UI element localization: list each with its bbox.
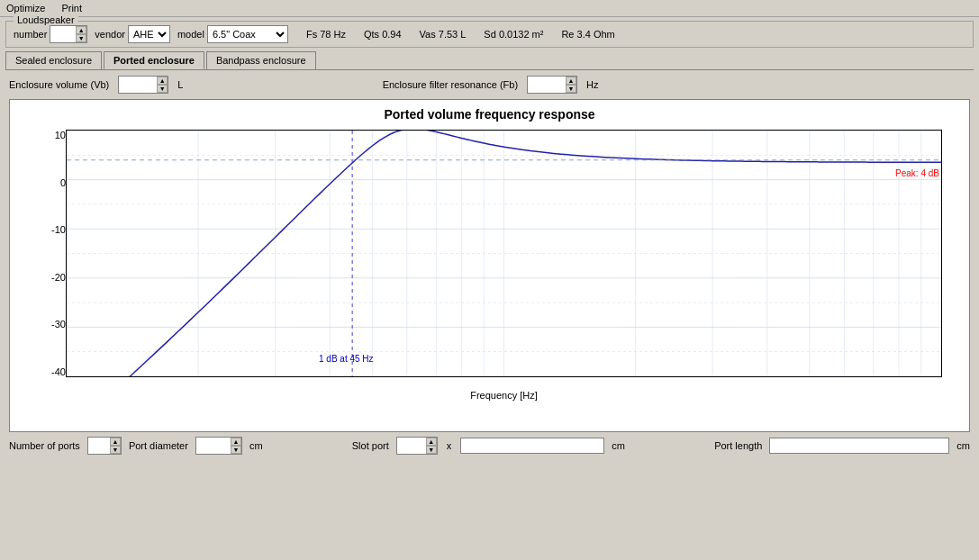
model-select[interactable]: 6.5" Coax: [207, 25, 288, 43]
tab-sealed[interactable]: Sealed enclosure: [5, 51, 102, 69]
length-unit: cm: [956, 440, 970, 451]
ports-down[interactable]: ▼: [110, 446, 121, 454]
slot-input1[interactable]: 0.00: [397, 439, 426, 452]
y-tick-n10: -10: [51, 224, 66, 235]
loudspeaker-legend: Loudspeaker: [14, 14, 78, 25]
sd-label: Sd: [484, 29, 495, 40]
ports-spinner[interactable]: 1 ▲ ▼: [87, 437, 122, 455]
slot-label: Slot port: [352, 440, 389, 451]
qts-label: Qts: [364, 29, 379, 40]
y-tick-n40: -40: [51, 366, 66, 377]
vb-label: Enclosure volume (Vb): [9, 79, 109, 90]
diameter-label: Port diameter: [129, 440, 188, 451]
tab-ported[interactable]: Ported enclosure: [104, 51, 204, 69]
chart-container: Ported volume frequency response Sound p…: [9, 99, 970, 432]
slot1-down[interactable]: ▼: [426, 446, 437, 454]
vas-param: Vas 7.53 L: [420, 29, 467, 40]
qts-value: 0.94: [382, 29, 401, 40]
vb-unit: L: [177, 79, 183, 90]
length-input[interactable]: 16.12: [769, 438, 949, 454]
chart-title: Ported volume frequency response: [10, 100, 969, 125]
re-param: Re 3.4 Ohm: [561, 29, 614, 40]
vb-input[interactable]: 44.00: [119, 78, 157, 91]
slot-x: x: [447, 440, 452, 451]
fb-spinner-btns: ▲ ▼: [566, 77, 576, 93]
diameter-down[interactable]: ▼: [231, 446, 241, 454]
fb-up[interactable]: ▲: [566, 77, 576, 85]
y-tick-n20: -20: [51, 272, 66, 283]
length-label: Port length: [714, 440, 762, 451]
qts-param: Qts 0.94: [364, 29, 402, 40]
slot-spinner1[interactable]: 0.00 ▲ ▼: [396, 437, 438, 455]
re-label: Re: [561, 29, 574, 40]
diameter-spinner[interactable]: 10.55 ▲ ▼: [195, 437, 242, 455]
y-tick-0: 0: [60, 177, 66, 188]
vb-up[interactable]: ▲: [157, 77, 168, 85]
chart-canvas: [67, 131, 941, 376]
vendor-label: vendor: [95, 29, 125, 40]
vb-spinner-btns: ▲ ▼: [157, 77, 168, 93]
vb-down[interactable]: ▼: [157, 85, 168, 93]
ports-up[interactable]: ▲: [110, 438, 121, 446]
bottom-controls: Number of ports 1 ▲ ▼ Port diameter 10.5…: [9, 437, 970, 455]
loudspeaker-section: Loudspeaker number 1 ▲ ▼ vendor AHE mode…: [5, 21, 974, 48]
ports-input[interactable]: 1: [88, 439, 110, 452]
fs-value: 78 Hz: [320, 29, 346, 40]
tab-bandpass[interactable]: Bandpass enclosure: [206, 51, 316, 69]
controls-row: Enclosure volume (Vb) 44.00 ▲ ▼ L Enclos…: [9, 76, 970, 94]
tabs-row: Sealed enclosure Ported enclosure Bandpa…: [5, 51, 974, 70]
annotation-label: 1 dB at 45 Hz: [319, 354, 374, 364]
loudspeaker-row: number 1 ▲ ▼ vendor AHE model 6.5" Coax …: [14, 25, 965, 43]
vendor-select[interactable]: AHE: [128, 25, 170, 43]
number-input[interactable]: 1: [50, 28, 76, 41]
fb-down[interactable]: ▼: [566, 85, 576, 93]
peak-label: Peak: 4 dB: [895, 168, 939, 178]
fs-label: Fs: [306, 29, 317, 40]
sd-param: Sd 0.0132 m²: [484, 29, 543, 40]
number-spinner[interactable]: 1 ▲ ▼: [50, 25, 87, 43]
number-down[interactable]: ▼: [76, 34, 86, 42]
fb-input[interactable]: 50.00: [528, 78, 566, 91]
diameter-unit: cm: [249, 440, 263, 451]
y-tick-n30: -30: [51, 319, 66, 330]
slot-unit: cm: [612, 440, 625, 451]
menubar: Optimize Print: [0, 0, 979, 17]
vas-value: 7.53 L: [439, 29, 467, 40]
model-label: model: [177, 29, 204, 40]
vb-input-group[interactable]: 44.00 ▲ ▼: [118, 76, 168, 94]
diameter-input[interactable]: 10.55: [196, 439, 231, 452]
ports-label: Number of ports: [9, 440, 80, 451]
fs-param: Fs 78 Hz: [306, 29, 346, 40]
sd-value: 0.0132 m²: [499, 29, 544, 40]
slot1-up[interactable]: ▲: [426, 438, 437, 446]
number-label: number: [14, 29, 47, 40]
re-value: 3.4 Ohm: [577, 29, 615, 40]
model-field: model 6.5" Coax: [177, 25, 288, 43]
slot-input2[interactable]: 0156553711241396224.00: [460, 438, 604, 454]
number-up[interactable]: ▲: [76, 26, 86, 34]
vendor-field: vendor AHE: [95, 25, 170, 43]
number-spinner-btns: ▲ ▼: [76, 26, 86, 42]
y-tick-10: 10: [55, 130, 66, 140]
number-field: number 1 ▲ ▼: [14, 25, 87, 43]
x-axis-label: Frequency [Hz]: [66, 390, 942, 401]
fb-input-group[interactable]: 50.00 ▲ ▼: [527, 76, 577, 94]
menu-optimize[interactable]: Optimize: [4, 2, 48, 14]
vas-label: Vas: [420, 29, 436, 40]
diameter-up[interactable]: ▲: [231, 438, 241, 446]
fb-label: Enclosure filter resonance (Fb): [383, 79, 518, 90]
menu-print[interactable]: Print: [59, 2, 85, 14]
chart-plot: Peak: 4 dB 1 dB at 45 Hz: [66, 130, 942, 377]
y-ticks: 10 0 -10 -20 -30 -40: [21, 130, 66, 377]
fb-unit: Hz: [586, 79, 598, 90]
